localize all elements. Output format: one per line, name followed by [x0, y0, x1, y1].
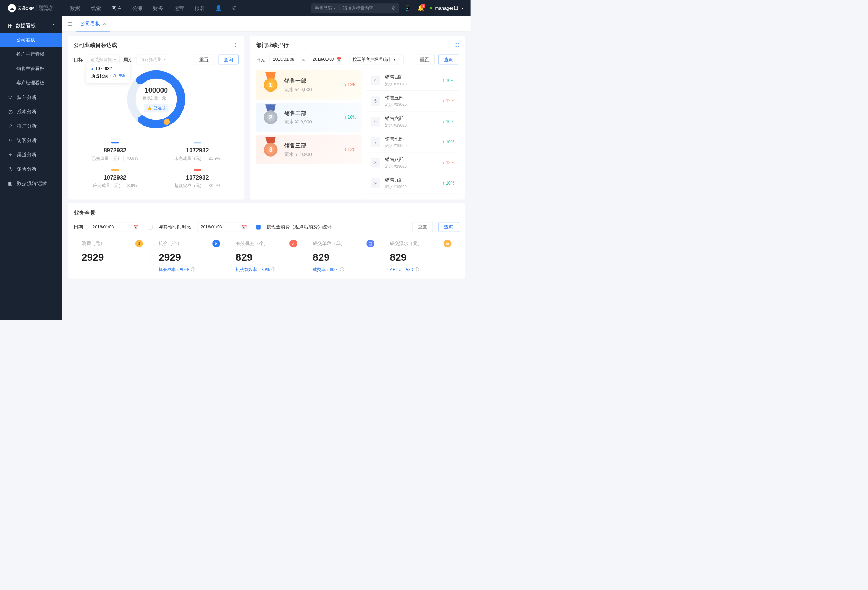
calendar-icon: 📅 — [336, 57, 342, 62]
sidebar-manager-dashboard[interactable]: 客户经理看板 — [0, 75, 62, 90]
metric-icon: ➤ — [212, 240, 220, 247]
sidebar-cost[interactable]: ◷成本分析 — [0, 104, 62, 119]
overview-title: 业务全景 — [74, 209, 459, 217]
hamburger-icon[interactable]: ☰ — [68, 21, 72, 27]
nav-ops[interactable]: 运营 — [174, 4, 184, 12]
rank-row: 5销售五部流水 ¥19020↓12% — [366, 91, 459, 111]
sidebar-sales-dashboard[interactable]: 销售主管看板 — [0, 61, 62, 75]
compare-checkbox[interactable] — [148, 225, 153, 230]
expand-icon[interactable]: ⛶ — [235, 43, 239, 47]
arrow-down-icon: ↓ — [443, 99, 445, 103]
sidebar-promo[interactable]: ↗推广分析 — [0, 119, 62, 133]
stat-type-select[interactable]: 按工单客户经理统计▾ — [349, 55, 404, 64]
cash-checkbox[interactable]: ✓ — [256, 225, 261, 230]
search-icon[interactable]: ⚲ — [388, 6, 399, 11]
nav-leads[interactable]: 线索 — [91, 4, 101, 12]
bell-icon[interactable]: 🔔5 — [417, 5, 424, 12]
sidebar-visitor[interactable]: ⎋访客分析 — [0, 133, 62, 147]
bronze-medal-icon: 3 — [262, 140, 279, 159]
metric: 成交流水（元）▭829ARPU：¥80ⓘ — [382, 240, 459, 272]
help-icon[interactable]: ⓘ — [271, 267, 276, 272]
rank-list: 4销售四部流水 ¥19020↑10%5销售五部流水 ¥19020↓12%6销售六… — [366, 70, 459, 193]
arrow-up-icon: ↑ — [443, 181, 445, 185]
calendar-icon: 📅 — [242, 225, 247, 230]
metric-icon: ▤ — [366, 240, 374, 247]
sidebar-sales[interactable]: ◎销售分析 — [0, 162, 62, 176]
thumbs-up-icon: 👍 — [147, 106, 152, 110]
metric-icon: ▭ — [444, 240, 452, 247]
period-label: 周期 — [123, 56, 133, 63]
tab-bar: ☰ 公司看板✕ — [62, 16, 471, 32]
notification-badge: 5 — [421, 3, 425, 8]
date-from-select[interactable]: 2018/01/08 — [269, 55, 298, 64]
sidebar-channel[interactable]: ⌖渠道分析 — [0, 147, 62, 162]
arrow-up-icon: ↑ — [443, 140, 445, 144]
sidebar-funnel[interactable]: ▽漏斗分析 — [0, 90, 62, 104]
sidebar-company-dashboard[interactable]: 公司看板 — [0, 32, 62, 47]
rank-row: 9销售九部流水 ¥19020↑10% — [366, 173, 459, 193]
expand-icon[interactable]: ⛶ — [455, 43, 459, 47]
nav-signup[interactable]: 报名 — [195, 4, 205, 12]
stat-excess: 1072932超额完成（元）89.9% — [156, 165, 239, 193]
goal-card: 公司业绩目标达成 ⛶ 目标 请选择目标▾ 周期 请选择周期▾ 重置 查询 — [68, 36, 244, 200]
period-select[interactable]: 请选择周期▾ — [137, 55, 169, 64]
reset-button[interactable]: 重置 — [193, 55, 214, 64]
date-input-1[interactable]: 2018/01/08📅 — [89, 222, 142, 232]
date-label: 日期 — [74, 224, 83, 230]
close-icon[interactable]: ✕ — [103, 21, 106, 26]
sidebar-flow[interactable]: ▣数据流转记录 — [0, 176, 62, 190]
tab-company-dashboard[interactable]: 公司看板✕ — [76, 16, 110, 32]
ranking-title: 部门业绩排行 — [256, 41, 289, 49]
help-icon[interactable]: ⓘ — [340, 267, 344, 272]
reset-button[interactable]: 重置 — [412, 222, 433, 232]
stat-incomplete: 1072932未完成量（元）20.9% — [156, 138, 239, 165]
nav-finance[interactable]: 财务 — [153, 4, 163, 12]
metric: 机会（个）➤2929机会成本：¥948ⓘ — [151, 240, 227, 272]
help-icon[interactable]: ⓘ — [415, 267, 419, 272]
goal-donut-chart: 1072932 所占比例：70.9% 100000 目标总量（元） — [125, 68, 187, 131]
rank-3-card: 3 销售三部流水 ¥10,900 ↓12% — [256, 135, 362, 164]
date-label: 日期 — [256, 56, 266, 63]
silver-medal-icon: 2 — [262, 107, 279, 127]
user-icon[interactable]: 👤 — [216, 4, 221, 12]
date-to-select[interactable]: 2018/01/08📅 — [309, 55, 345, 64]
achieved-badge: 👍已达成 — [144, 104, 168, 112]
metric: 消费（元）💰2929 — [74, 240, 151, 272]
goal-title: 公司业绩目标达成 — [74, 41, 117, 49]
nav-sea[interactable]: 公海 — [132, 4, 142, 12]
help-icon[interactable]: ⓘ — [191, 267, 195, 272]
goal-total: 100000 — [143, 86, 170, 94]
nav-customers[interactable]: 客户 — [112, 4, 122, 12]
metric: 有效机会（个）✓829机会有效率：80%ⓘ — [228, 240, 305, 272]
rank-row: 8销售八部流水 ¥19020↓12% — [366, 152, 459, 173]
date-input-2[interactable]: 2018/01/08📅 — [197, 222, 250, 232]
stat-completed: 8972932已完成量（元）70.9% — [74, 138, 156, 165]
target-label: 目标 — [74, 56, 83, 63]
search-input[interactable] — [339, 6, 388, 11]
query-button[interactable]: 查询 — [218, 55, 239, 64]
arrow-down-icon: ↓ — [345, 147, 347, 152]
sidebar: ▦ 数据看板⌃ 公司看板 推广主管看板 销售主管看板 客户经理看板 ▽漏斗分析 … — [0, 16, 62, 320]
query-button[interactable]: 查询 — [438, 222, 459, 232]
mobile-icon[interactable]: 📱 — [404, 5, 411, 12]
nav-data[interactable]: 数据 — [70, 4, 80, 12]
phone-icon[interactable]: ✆ — [232, 4, 236, 12]
metric-icon: 💰 — [135, 240, 143, 247]
overview-card: 业务全景 日期 2018/01/08📅 与其他时间对比 2018/01/08📅 … — [68, 203, 465, 278]
search-type-select[interactable]: 手机号码▾ — [311, 5, 340, 11]
arrow-up-icon: ↑ — [443, 78, 445, 83]
query-button[interactable]: 查询 — [438, 55, 459, 64]
status-dot — [430, 7, 432, 10]
ranking-card: 部门业绩排行 ⛶ 日期 2018/01/08 至 2018/01/08📅 按工单… — [251, 36, 465, 200]
user-menu[interactable]: manager11 ▾ — [430, 5, 463, 11]
arrow-down-icon: ↓ — [345, 82, 347, 87]
reset-button[interactable]: 重置 — [414, 55, 434, 64]
sidebar-header[interactable]: ▦ 数据看板⌃ — [0, 18, 62, 32]
rank-row: 7销售七部流水 ¥19020↑10% — [366, 132, 459, 152]
rank-1-card: 1 销售一部流水 ¥10,900 ↓12% — [256, 70, 362, 99]
logo: ☁ 云朵CRM 教育机构一站式服务云平台 — [8, 4, 53, 12]
arrow-down-icon: ↓ — [443, 160, 445, 165]
chart-tooltip: 1072932 所占比例：70.9% — [86, 63, 130, 82]
stat-expected: 1072932应完成量（元）8.9% — [74, 165, 156, 193]
sidebar-promo-dashboard[interactable]: 推广主管看板 — [0, 47, 62, 61]
